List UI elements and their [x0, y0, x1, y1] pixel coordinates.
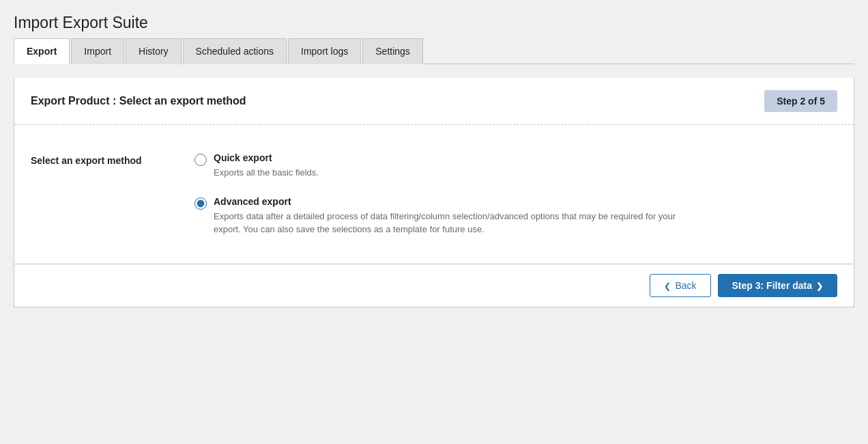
tab-export[interactable]: Export — [14, 38, 70, 64]
tabs-bar: Export Import History Scheduled actions … — [14, 38, 854, 64]
advanced-export-desc: Exports data after a detailed process of… — [214, 210, 678, 236]
chevron-right-icon — [816, 280, 823, 291]
card-header: Export Product : Select an export method… — [14, 78, 854, 125]
quick-export-title[interactable]: Quick export — [214, 152, 319, 163]
main-card: Export Product : Select an export method… — [14, 78, 854, 307]
page-wrapper: Import Export Suite Export Import Histor… — [0, 0, 868, 321]
advanced-export-option: Advanced export Exports data after a det… — [194, 196, 678, 236]
card-header-title: Export Product : Select an export method — [31, 95, 246, 107]
quick-export-radio[interactable] — [194, 154, 207, 166]
advanced-export-title[interactable]: Advanced export — [214, 196, 678, 207]
options-col: Quick export Exports all the basic field… — [194, 152, 678, 236]
card-footer: Back Step 3: Filter data — [14, 264, 854, 307]
export-method-row: Select an export method Quick export Exp… — [31, 152, 837, 236]
tab-scheduled-actions[interactable]: Scheduled actions — [183, 38, 287, 64]
advanced-export-radio[interactable] — [194, 197, 207, 210]
quick-export-desc: Exports all the basic fields. — [214, 166, 319, 180]
chevron-left-icon — [664, 280, 671, 291]
quick-export-option: Quick export Exports all the basic field… — [194, 152, 678, 180]
app-title: Import Export Suite — [14, 14, 854, 32]
card-body: Select an export method Quick export Exp… — [14, 125, 854, 264]
next-button[interactable]: Step 3: Filter data — [718, 274, 837, 297]
tab-history[interactable]: History — [126, 38, 182, 64]
step-badge: Step 2 of 5 — [764, 90, 837, 112]
tab-settings[interactable]: Settings — [362, 38, 423, 64]
tab-import[interactable]: Import — [71, 38, 124, 64]
export-method-label: Select an export method — [31, 152, 167, 166]
back-button[interactable]: Back — [650, 274, 710, 297]
tab-import-logs[interactable]: Import logs — [288, 38, 361, 64]
